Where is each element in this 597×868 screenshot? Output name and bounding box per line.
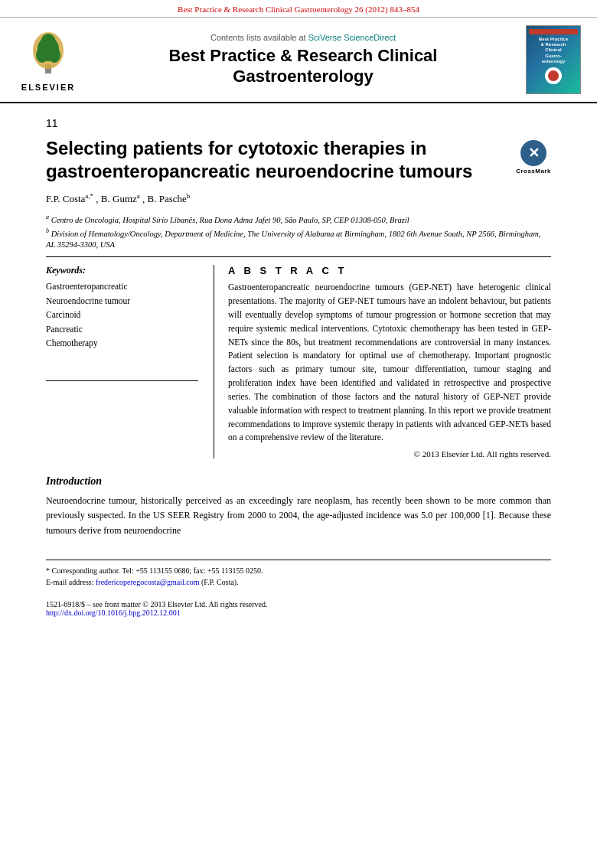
affiliation-b: b Division of Hematology/Oncology, Depar… (46, 227, 551, 251)
article-title-text: Selecting patients for cytotoxic therapi… (46, 137, 508, 183)
journal-title-block: Contents lists available at SciVerse Sci… (92, 25, 514, 94)
keyword-2: Neuroendocrine tumour (46, 294, 198, 308)
affiliations-block: a Centro de Oncologia, Hospital Sírio Li… (0, 210, 597, 256)
crossmark-label: CrossMark (516, 168, 551, 175)
elsevier-tree-icon (22, 28, 74, 80)
author1-name: F.P. Costa (46, 193, 85, 204)
footnote-section: * Corresponding author. Tel: +55 113155 … (46, 560, 551, 588)
authors-line: F.P. Costaa,* , B. Gumza , B. Pascheb (0, 189, 597, 210)
svg-point-5 (41, 34, 56, 52)
bottom-bar: 1521-6918/$ – see front matter © 2013 El… (0, 596, 597, 620)
left-col-bottom-line (46, 380, 198, 381)
introduction-heading: Introduction (46, 475, 551, 488)
author3-name: , B. Pasche (142, 193, 187, 204)
journal-citation-text: Best Practice & Research Clinical Gastro… (178, 5, 419, 14)
issn-line: 1521-6918/$ – see front matter © 2013 El… (46, 600, 551, 609)
introduction-text: Neuroendocrine tumour, historically perc… (46, 494, 551, 538)
journal-main-title: Best Practice & Research Clinical Gastro… (169, 45, 438, 87)
elsevier-brand-text: ELSEVIER (21, 83, 75, 92)
keywords-abstract-section: Keywords: Gastroenteropancreatic Neuroen… (0, 265, 597, 458)
affiliation-a: a Centro de Oncologia, Hospital Sírio Li… (46, 213, 551, 226)
section-divider (46, 256, 551, 257)
email-link[interactable]: fredericoperegocosta@gmail.com (96, 578, 200, 586)
keyword-4: Pancreatic (46, 322, 198, 336)
email-note: E-mail address: fredericoperegocosta@gma… (46, 576, 551, 588)
author2-name: , B. Gumz (96, 193, 136, 204)
article-number: 11 (0, 103, 597, 132)
contents-available-text: Contents lists available at SciVerse Sci… (210, 33, 396, 42)
keywords-header: Keywords: (46, 265, 198, 276)
doi-link[interactable]: http://dx.doi.org/10.1016/j.bpg.2012.12.… (46, 609, 181, 617)
keywords-column: Keywords: Gastroenteropancreatic Neuroen… (46, 265, 214, 458)
keyword-1: Gastroenteropancreatic (46, 279, 198, 293)
journal-citation-bar: Best Practice & Research Clinical Gastro… (0, 0, 597, 18)
corresponding-author-note: * Corresponding author. Tel: +55 113155 … (46, 565, 551, 576)
crossmark-icon: ✕ (520, 140, 546, 166)
elsevier-logo: ELSEVIER (14, 25, 83, 94)
abstract-header: A B S T R A C T (228, 265, 551, 276)
keyword-3: Carcinoid (46, 308, 198, 321)
article-title-block: Selecting patients for cytotoxic therapi… (0, 132, 597, 189)
abstract-column: A B S T R A C T Gastroenteropancreatic n… (214, 265, 551, 458)
journal-cover-image: Best Practice& ResearchClinicalGastro-en… (524, 25, 583, 94)
sciverse-link[interactable]: SciVerse ScienceDirect (308, 33, 396, 42)
journal-header: ELSEVIER Contents lists available at Sci… (0, 18, 597, 103)
introduction-section: Introduction Neuroendocrine tumour, hist… (0, 466, 597, 544)
crossmark-badge: ✕ CrossMark (516, 140, 551, 175)
copyright-line: © 2013 Elsevier Ltd. All rights reserved… (228, 449, 551, 458)
keyword-5: Chemotherapy (46, 336, 198, 350)
abstract-text: Gastroenteropancreatic neuroendocrine tu… (228, 281, 551, 445)
